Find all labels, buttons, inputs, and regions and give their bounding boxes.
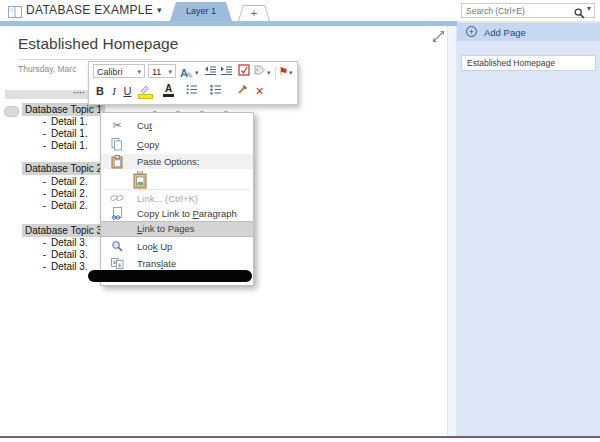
redacted-menu-item	[88, 270, 252, 282]
styles-button[interactable]: A ✎	[180, 64, 194, 80]
menu-item-paste-options: Paste Options:	[101, 154, 253, 169]
chevron-down-icon[interactable]: ▾	[267, 69, 271, 77]
menu-item-link[interactable]: Link... (Ctrl+K)	[101, 191, 253, 206]
look-up-icon	[108, 240, 126, 253]
window-bottom-border	[0, 436, 600, 438]
pages-panel: + Add Page Established Homepage	[457, 21, 600, 436]
detail-line[interactable]: -Detail 2.	[38, 200, 88, 211]
context-menu: ✂ Cut Copy Paste Options: Link... (Ctrl	[100, 112, 254, 286]
detail-line[interactable]: -Detail 1.	[38, 128, 88, 139]
paste-option-icon	[131, 171, 149, 184]
detail-line[interactable]: -Detail 1.	[38, 116, 88, 127]
menu-item-copy[interactable]: Copy	[101, 137, 253, 152]
note-container-handle[interactable]: ····	[5, 90, 88, 99]
svg-text:â: â	[118, 262, 121, 268]
menu-item-copy-link-to-paragraph[interactable]: Copy Link to Paragraph	[101, 206, 253, 221]
translate-icon: aâ	[108, 257, 126, 270]
detail-line[interactable]: -Detail 3.	[38, 237, 88, 248]
dash-bullet: -	[38, 261, 51, 272]
bold-button[interactable]: B	[94, 83, 106, 99]
dash-bullet: -	[38, 140, 51, 151]
paste-option-keep-source-formatting[interactable]	[101, 171, 253, 191]
font-color-button[interactable]: A	[162, 83, 175, 99]
decrease-indent-button[interactable]	[203, 64, 218, 80]
increase-indent-button[interactable]	[219, 64, 234, 80]
svg-text:a: a	[113, 259, 116, 265]
plus-icon: +	[239, 6, 269, 21]
detail-line[interactable]: -Detail 3.	[38, 261, 88, 272]
font-name-combo[interactable]: Calibri▾	[93, 64, 145, 78]
bullets-button[interactable]	[185, 83, 199, 99]
page-date: Thursday, Marc	[18, 64, 76, 74]
dash-bullet: -	[38, 188, 51, 199]
dash-bullet: -	[38, 116, 51, 127]
search-scope-dropdown-icon[interactable]: ▾	[587, 4, 591, 13]
menu-item-cut[interactable]: ✂ Cut	[101, 118, 253, 133]
highlight-color-bar	[138, 94, 153, 99]
plus-circle-icon: +	[466, 26, 477, 37]
menu-item-translate[interactable]: aâ Translate	[101, 256, 253, 271]
tag-icon[interactable]	[253, 64, 266, 80]
notebook-title[interactable]: DATABASE EXAMPLE	[26, 3, 153, 17]
add-page-button[interactable]: + Add Page	[457, 23, 600, 41]
add-page-label: Add Page	[484, 27, 526, 38]
mini-toolbar-row-1: Calibri▾ 11▾ A ✎ ▾ ▾ ⚑ ▾	[89, 64, 297, 82]
detail-line[interactable]: -Detail 3.	[38, 249, 88, 260]
font-color-bar	[163, 94, 174, 97]
onenote-window: DATABASE EXAMPLE ▾ Layer 1 + Established…	[0, 0, 600, 442]
copy-icon	[108, 138, 126, 151]
chevron-down-icon[interactable]: ▾	[289, 69, 293, 77]
page-title[interactable]: Established Homepage	[18, 35, 178, 53]
detail-line[interactable]: -Detail 2.	[38, 176, 88, 187]
delete-button[interactable]: ✕	[253, 83, 266, 99]
dash-bullet: -	[38, 176, 51, 187]
section-tab-strip	[0, 21, 457, 26]
chevron-down-icon: ▾	[168, 65, 172, 79]
toolbar-separator	[275, 66, 276, 80]
dash-bullet: -	[38, 249, 51, 260]
mini-format-toolbar: Calibri▾ 11▾ A ✎ ▾ ▾ ⚑ ▾	[88, 61, 298, 105]
link-icon	[108, 192, 126, 205]
dash-bullet: -	[38, 128, 51, 139]
chevron-down-icon[interactable]: ▾	[195, 69, 199, 77]
mini-toolbar-row-2: B I U ▾ A ▾ ▾ ▾ ✕	[89, 83, 297, 101]
canvas-scrollbar[interactable]	[447, 26, 457, 436]
chevron-down-icon: ▾	[137, 65, 141, 79]
menu-item-link-to-pages[interactable]: Link to Pages	[101, 221, 253, 237]
menu-item-look-up[interactable]: Look Up	[101, 239, 253, 254]
paragraph-grip-icon[interactable]	[4, 106, 19, 117]
flag-tag-button[interactable]: ⚑	[278, 64, 289, 80]
detail-line[interactable]: -Detail 1.	[38, 140, 88, 151]
italic-button[interactable]: I	[109, 83, 119, 99]
menu-separator	[104, 189, 250, 190]
detail-line[interactable]: -Detail 2.	[38, 188, 88, 199]
topic-heading[interactable]: Database Topic 2	[22, 162, 105, 175]
add-section-tab[interactable]: +	[238, 5, 270, 21]
numbering-button[interactable]	[209, 83, 223, 99]
tab-layer-1[interactable]: Layer 1	[170, 2, 232, 21]
todo-tag-checkbox-icon[interactable]	[237, 64, 251, 80]
format-painter-button[interactable]	[235, 83, 249, 99]
dash-bullet: -	[38, 237, 51, 248]
full-page-view-icon[interactable]	[432, 29, 445, 47]
notebook-dropdown-icon[interactable]: ▾	[157, 5, 162, 15]
pen-icon: ✎	[186, 68, 194, 84]
title-underline	[18, 59, 152, 60]
scissors-icon: ✂	[108, 119, 126, 132]
page-list-item[interactable]: Established Homepage	[461, 55, 596, 71]
highlighter-button[interactable]	[138, 83, 152, 99]
dash-bullet: -	[38, 200, 51, 211]
topic-heading[interactable]: Database Topic 3	[22, 224, 105, 237]
font-size-combo[interactable]: 11▾	[148, 64, 176, 78]
paste-icon	[108, 155, 126, 168]
underline-button[interactable]: U	[122, 83, 133, 99]
copy-link-icon	[108, 207, 126, 220]
